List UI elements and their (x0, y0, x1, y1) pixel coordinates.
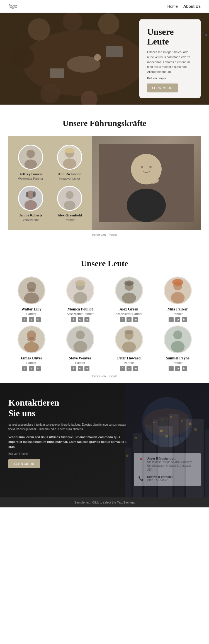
peter-name: Peter Howard (106, 356, 152, 361)
samuel-name: Samuel Payne (155, 356, 201, 361)
hero-title: Unsere Leute (147, 27, 193, 46)
leader-ann: Ann Richmond Kreativer Leiter (53, 145, 86, 180)
svg-rect-86 (135, 437, 137, 438)
svg-point-67 (76, 330, 85, 339)
leader-jennie: Jennie Roberts Vorsitzende (14, 186, 47, 221)
team-member-james: James Oliver Partner f ⊙ in (8, 325, 54, 371)
svg-rect-89 (189, 423, 191, 425)
svg-point-75 (171, 341, 184, 352)
alexg-avatar (115, 277, 143, 304)
leader-image-svg (99, 144, 194, 222)
svg-rect-10 (50, 68, 64, 78)
monica-instagram[interactable]: ⊙ (78, 317, 83, 322)
steve-avatar (66, 325, 94, 353)
walter-linkedin[interactable]: in (36, 317, 41, 322)
walter-instagram[interactable]: ⊙ (29, 317, 34, 322)
alexg-name: Alex Green (106, 307, 152, 312)
footer-text: Sample text. Click to select the Text El… (74, 501, 135, 504)
svg-point-61 (172, 279, 183, 286)
peter-instagram[interactable]: ⊙ (127, 366, 132, 371)
nav-about[interactable]: About Us (183, 4, 201, 9)
svg-rect-78 (133, 433, 142, 497)
james-name: James Oliver (8, 356, 54, 361)
alexg-linkedin[interactable]: in (133, 317, 138, 322)
svg-point-71 (122, 342, 136, 352)
monica-linkedin[interactable]: in (84, 317, 89, 322)
svg-point-52 (73, 292, 87, 304)
peter-social: f ⊙ in (106, 366, 152, 371)
leader-jennie-title: Vorsitzende (14, 218, 47, 221)
svg-point-65 (27, 337, 35, 342)
james-avatar (18, 325, 45, 353)
svg-point-64 (24, 342, 39, 352)
mila-facebook[interactable]: f (169, 317, 174, 322)
hero-learn-more-button[interactable]: LERN MEHR (147, 84, 178, 93)
logo: logo (8, 3, 17, 9)
svg-point-44 (149, 166, 152, 168)
james-instagram[interactable]: ⊙ (29, 366, 34, 371)
contact-bg-image (125, 383, 209, 497)
svg-rect-35 (26, 192, 28, 197)
svg-rect-79 (144, 440, 157, 497)
svg-point-5 (11, 46, 34, 69)
samuel-role: Partner (155, 361, 201, 364)
peter-linkedin[interactable]: in (133, 366, 138, 371)
peter-facebook[interactable]: f (120, 366, 125, 371)
walter-role: Partner (8, 312, 54, 315)
svg-point-45 (148, 177, 159, 184)
walter-facebook[interactable]: f (22, 317, 27, 322)
leader-ann-name: Ann Richmond (53, 172, 86, 176)
steve-instagram[interactable]: ⊙ (78, 366, 83, 371)
alexg-role: Assoziierter Partner (106, 312, 152, 315)
james-facebook[interactable]: f (22, 366, 27, 371)
james-linkedin[interactable]: in (36, 366, 41, 371)
nav-home[interactable]: Home (167, 4, 178, 9)
walter-avatar (18, 277, 45, 304)
mila-social: f ⊙ in (155, 317, 201, 322)
mila-instagram[interactable]: ⊙ (175, 317, 180, 322)
svg-point-34 (25, 200, 37, 210)
contact-title: Kontaktieren Sie uns (8, 397, 128, 419)
contact-para2: Vestibulum lorem sed risus ultrices tris… (8, 435, 128, 450)
contact-section: Kontaktieren Sie uns Iameet suspendisse … (0, 383, 209, 497)
leadership-grid: Jeffrey Brown Weltweiter Partner Ann Ric… (8, 136, 201, 230)
samuel-linkedin[interactable]: in (182, 366, 187, 371)
alexg-facebook[interactable]: f (120, 317, 125, 322)
leader-alex-avatar (57, 186, 82, 211)
svg-point-48 (24, 293, 39, 304)
svg-point-4 (98, 13, 119, 34)
steve-role: Partner (57, 361, 103, 364)
svg-point-11 (94, 54, 101, 61)
alexg-instagram[interactable]: ⊙ (127, 317, 132, 322)
leader-jennie-name: Jennie Roberts (14, 213, 47, 218)
svg-point-6 (40, 84, 60, 103)
svg-point-60 (171, 292, 184, 304)
svg-point-49 (27, 288, 35, 292)
svg-point-56 (122, 293, 136, 304)
samuel-instagram[interactable]: ⊙ (175, 366, 180, 371)
samuel-facebook[interactable]: f (169, 366, 174, 371)
team-member-samuel: Samuel Payne Partner f ⊙ in (155, 325, 201, 371)
leader-alex-title: Partner (53, 218, 86, 221)
steve-facebook[interactable]: f (71, 366, 76, 371)
footer: Sample text. Click to select the Text El… (0, 497, 209, 507)
team-member-steve: Steve Weaver Partner f ⊙ in (57, 325, 103, 371)
steve-linkedin[interactable]: in (84, 366, 89, 371)
monica-social: f ⊙ in (57, 317, 103, 322)
walter-social: f ⊙ in (8, 317, 54, 322)
peter-avatar (115, 325, 143, 353)
svg-rect-83 (205, 430, 209, 497)
hero-image-credit: Bild von Freepik (147, 77, 193, 80)
leader-alex-name: Alex Greenfield (53, 213, 86, 218)
team-grid-row1: Walter Lilly Partner f ⊙ in Monica Pouli… (8, 277, 201, 322)
nav-links: Home About Us (167, 4, 201, 9)
leader-main-image (92, 136, 201, 230)
contact-learn-more-button[interactable]: LERN MEHR (8, 459, 40, 468)
mila-linkedin[interactable]: in (182, 317, 187, 322)
svg-point-27 (25, 159, 37, 169)
svg-rect-87 (160, 430, 162, 432)
leader-jeffrey-title: Weltweiter Partner (14, 177, 47, 180)
svg-point-42 (127, 189, 166, 222)
monica-facebook[interactable]: f (71, 317, 76, 322)
team-title: Unsere Leute (8, 259, 201, 268)
